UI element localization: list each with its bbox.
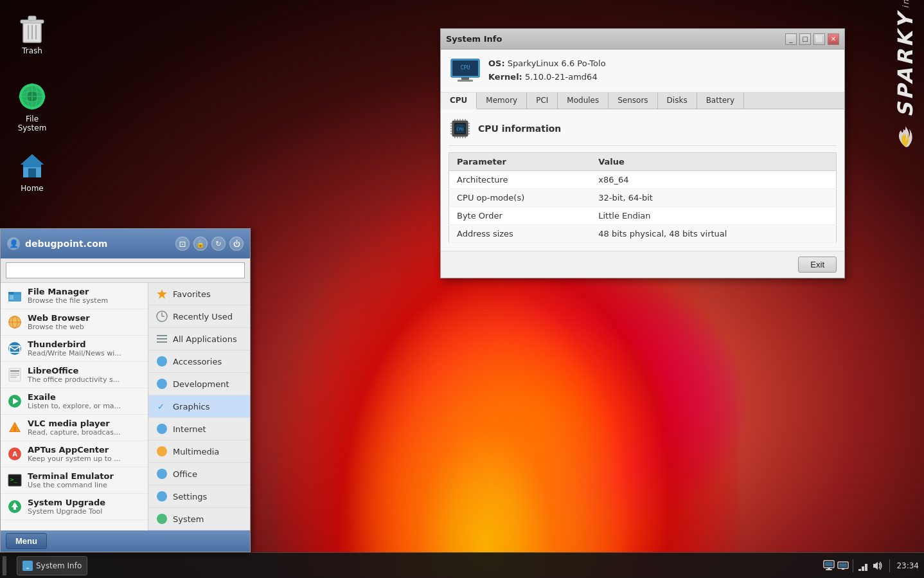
sparky-flame-icon: [896, 122, 915, 152]
sysinfo-tabs: CPUMemoryPCIModulesSensorsDisksBattery: [441, 93, 844, 109]
sysinfo-close-btn[interactable]: ✕: [828, 33, 839, 45]
cat-icon-development: [156, 378, 168, 390]
sysinfo-controls: _ □ ⬜ ✕: [785, 33, 839, 45]
app-item-file-manager[interactable]: File Manager Browse the file system: [1, 283, 148, 309]
svg-text:A: A: [12, 451, 17, 458]
app-item-vlc[interactable]: VLC media player Read, capture, broadcas…: [1, 415, 148, 441]
menu-search-bar: [1, 258, 250, 283]
category-item-system[interactable]: System: [148, 508, 250, 530]
app-info-file-manager: File Manager Browse the file system: [28, 287, 141, 305]
tray-separator: [853, 559, 853, 572]
menu-user-icon: 👤: [7, 237, 20, 250]
sysinfo-os-info: OS: SparkyLinux 6.6 Po-Tolo Kernel: 5.10…: [488, 57, 606, 84]
cat-icon-all-applications: [156, 333, 168, 345]
app-icon-libreoffice: [7, 367, 22, 383]
menu-icon-btn-1[interactable]: ⊡: [175, 237, 190, 251]
kernel-label: Kernel:: [488, 72, 522, 82]
volume-icon[interactable]: [871, 560, 883, 572]
app-item-web-browser[interactable]: Web Browser Browse the web: [1, 309, 148, 336]
app-icon-web-browser: [7, 314, 22, 330]
app-icon-file-manager: [7, 288, 22, 303]
network-icon[interactable]: [857, 560, 869, 572]
cpu-param: Architecture: [449, 170, 591, 188]
app-info-aptus: APTus AppCenter Keep your system up to .…: [28, 445, 141, 463]
desktop-icon-filesystem[interactable]: File System: [6, 77, 58, 136]
system-info-window: System Info _ □ ⬜ ✕ CPU OS: SparkyLinux …: [440, 28, 845, 278]
taskbar-app-system-info[interactable]: System Info: [17, 556, 87, 575]
menu-icon-btn-4[interactable]: ⏻: [229, 237, 244, 251]
cpu-param: Address sizes: [449, 224, 591, 242]
cpu-table-row: Address sizes 48 bits physical, 48 bits …: [449, 224, 837, 242]
sysinfo-tab-sensors[interactable]: Sensors: [609, 93, 657, 109]
sysinfo-tab-pci[interactable]: PCI: [527, 93, 558, 109]
app-info-thunderbird: Thunderbird Read/Write Mail/News wi...: [28, 339, 141, 357]
sysinfo-tab-modules[interactable]: Modules: [558, 93, 609, 109]
taskbar-clock: 23:34: [896, 561, 919, 570]
app-item-thunderbird[interactable]: Thunderbird Read/Write Mail/News wi...: [1, 336, 148, 362]
menu-icon-btn-2[interactable]: 🔒: [193, 237, 208, 251]
menu-title-text: debugpoint.com: [25, 239, 107, 249]
sysinfo-restore-btn[interactable]: □: [799, 33, 811, 45]
category-item-multimedia[interactable]: Multimedia: [148, 440, 250, 463]
category-item-internet[interactable]: Internet: [148, 418, 250, 440]
category-item-office[interactable]: Office: [148, 463, 250, 485]
svg-marker-12: [21, 154, 44, 167]
category-item-settings[interactable]: Settings: [148, 485, 250, 508]
svg-rect-88: [828, 568, 830, 569]
category-item-all-applications[interactable]: All Applications: [148, 328, 250, 350]
app-desc-vlc: Read, capture, broadcas...: [28, 428, 141, 437]
svg-point-51: [157, 446, 167, 456]
menu-button[interactable]: Menu: [6, 533, 47, 549]
app-item-aptus[interactable]: A APTus AppCenter Keep your system up to…: [1, 441, 148, 467]
cpu-table-row: Byte Order Little Endian: [449, 206, 837, 224]
sysinfo-tab-memory[interactable]: Memory: [477, 93, 527, 109]
sparky-main-text: SPARKY: [893, 11, 918, 117]
sysinfo-tab-cpu[interactable]: CPU: [441, 93, 477, 109]
category-item-graphics[interactable]: ✓ Graphics: [148, 395, 250, 418]
cpu-section-title: CPU information: [478, 123, 561, 134]
cpu-table-row: CPU op-mode(s) 32-bit, 64-bit: [449, 188, 837, 206]
exit-button[interactable]: Exit: [798, 257, 837, 273]
taskbar-show-desktop[interactable]: [3, 556, 6, 575]
cat-icon-graphics: ✓: [156, 401, 168, 412]
sysinfo-content: CPU: [441, 109, 844, 251]
category-item-development[interactable]: Development: [148, 373, 250, 395]
svg-rect-27: [10, 377, 17, 377]
categories-panel: Favorites Recently Used All Applications…: [148, 283, 250, 530]
desktop-icon-trash[interactable]: Trash: [6, 9, 58, 59]
menu-header-icons: ⊡ 🔒 ↻ ⏻: [175, 237, 244, 251]
cpu-value: x86_64: [591, 170, 836, 188]
desktop-icon-home[interactable]: Home: [6, 147, 58, 197]
sysinfo-tab-battery[interactable]: Battery: [697, 93, 744, 109]
cpu-value: 48 bits physical, 48 bits virtual: [591, 224, 836, 242]
taskbar-app-icon-system-info: [22, 561, 33, 571]
monitor2-icon[interactable]: [837, 560, 849, 572]
cpu-param: CPU op-mode(s): [449, 188, 591, 206]
os-label: OS:: [488, 59, 505, 68]
app-name-aptus: APTus AppCenter: [28, 445, 141, 455]
sysinfo-minimize-btn[interactable]: _: [785, 33, 797, 45]
app-info-exaile: Exaile Listen to, explore, or ma...: [28, 392, 141, 410]
category-item-recently-used[interactable]: Recently Used: [148, 305, 250, 328]
app-item-exaile[interactable]: Exaile Listen to, explore, or ma...: [1, 388, 148, 415]
display-icon[interactable]: [823, 560, 835, 572]
cpu-param: Byte Order: [449, 206, 591, 224]
menu-icon-btn-3[interactable]: ↻: [211, 237, 226, 251]
cat-icon-recently-used: [156, 311, 168, 322]
category-item-favorites[interactable]: Favorites: [148, 283, 250, 305]
search-input[interactable]: [6, 262, 245, 278]
svg-marker-96: [873, 562, 878, 570]
svg-rect-95: [865, 564, 867, 571]
app-info-terminal: Terminal Emulator Use the command line: [28, 471, 141, 489]
svg-rect-58: [458, 80, 473, 82]
category-item-accessories[interactable]: Accessories: [148, 350, 250, 373]
taskbar-right: 23:34: [818, 559, 924, 572]
sysinfo-maximize-btn[interactable]: ⬜: [813, 33, 825, 45]
app-icon-aptus: A: [7, 446, 22, 462]
sysinfo-tab-disks[interactable]: Disks: [658, 93, 697, 109]
app-item-terminal[interactable]: >_ Terminal Emulator Use the command lin…: [1, 467, 148, 494]
app-item-sysupgrade[interactable]: System Upgrade System Upgrade Tool: [1, 494, 148, 520]
app-name-libreoffice: LibreOffice: [28, 366, 141, 375]
app-desc-sysupgrade: System Upgrade Tool: [28, 507, 141, 516]
app-item-libreoffice[interactable]: LibreOffice The office productivity s...: [1, 362, 148, 388]
